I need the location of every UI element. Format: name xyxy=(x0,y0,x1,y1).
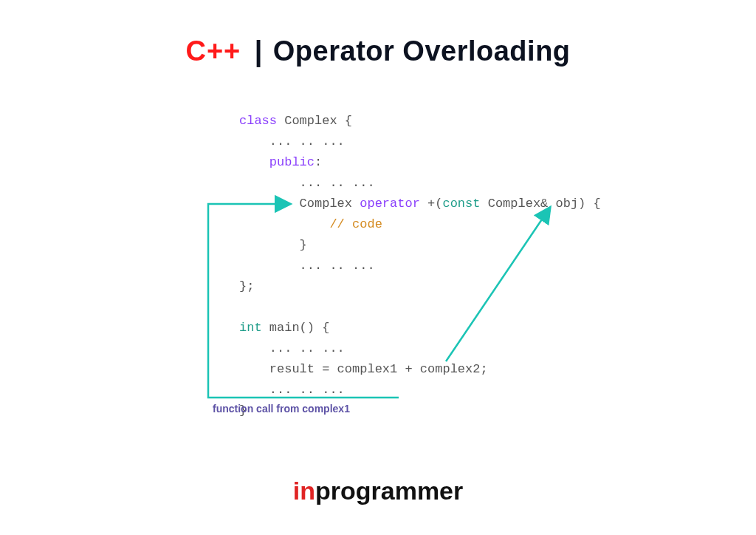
arrow-caption: function call from complex1 xyxy=(213,403,350,415)
logo-prefix: in xyxy=(293,477,315,505)
code-text: result = complex1 + complex2; xyxy=(239,362,488,376)
logo-rest: programmer xyxy=(315,477,463,505)
code-text: } xyxy=(239,238,307,252)
kw-int: int xyxy=(239,321,262,335)
code-text: ... .. ... xyxy=(239,259,375,273)
footer-logo: inprogrammer xyxy=(0,477,756,505)
kw-class: class xyxy=(239,114,277,128)
code-text: main() { xyxy=(262,321,330,335)
code-text: ... .. ... xyxy=(239,134,345,149)
title-separator: | xyxy=(255,35,263,67)
code-text xyxy=(239,217,329,231)
code-comment: // code xyxy=(329,217,382,231)
code-text: ... .. ... xyxy=(239,176,375,190)
title-topic: Operator Overloading xyxy=(273,35,571,67)
kw-const: const xyxy=(442,197,480,211)
code-text: : xyxy=(315,155,322,169)
code-text: Complex& obj) { xyxy=(480,197,600,211)
title-cpp: C++ xyxy=(185,35,241,67)
code-text: }; xyxy=(239,279,254,293)
code-text: +( xyxy=(420,197,443,211)
code-text: Complex { xyxy=(277,114,352,128)
kw-operator: operator xyxy=(360,197,420,211)
page-title: C++ | Operator Overloading xyxy=(0,35,756,67)
code-snippet: class Complex { ... .. ... public: ... .… xyxy=(239,111,601,421)
code-text: Complex xyxy=(239,197,360,211)
kw-public: public xyxy=(269,155,315,169)
code-text xyxy=(239,155,269,169)
code-text: ... .. ... xyxy=(239,341,345,355)
code-text: ... .. ... xyxy=(239,383,345,397)
